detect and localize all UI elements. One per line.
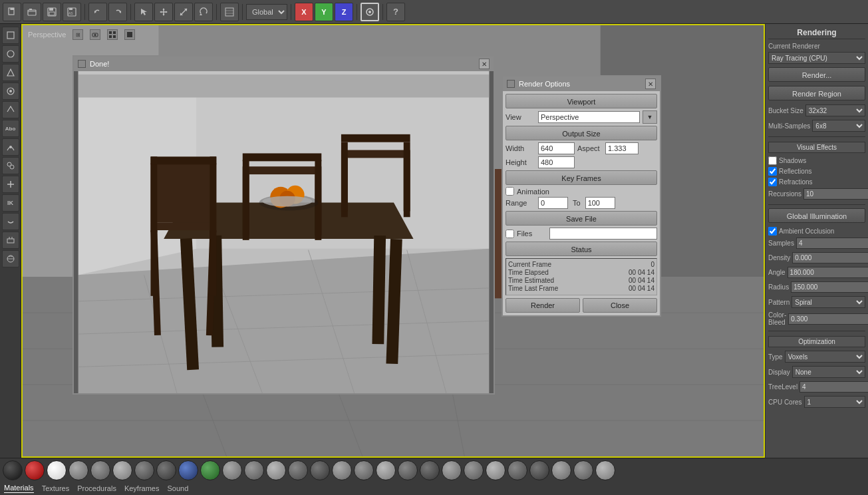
sidebar-btn-3[interactable] [2, 64, 19, 81]
sidebar-btn-8[interactable] [2, 176, 19, 193]
material-ball-extra-6[interactable] [332, 460, 352, 480]
quad-view-icon[interactable] [107, 29, 118, 40]
ro-save-file-button[interactable]: Save File [506, 211, 657, 226]
sidebar-btn-10[interactable] [2, 213, 19, 230]
select-button[interactable] [134, 3, 153, 21]
ro-files-input[interactable] [549, 228, 657, 240]
ro-range-to-input[interactable] [585, 197, 615, 209]
ro-width-input[interactable] [538, 142, 575, 154]
material-ball-extra-17[interactable] [573, 460, 593, 480]
material-ball-gray3[interactable] [112, 460, 132, 480]
done-close-button[interactable]: ✕ [479, 59, 490, 69]
material-ball-extra-12[interactable] [464, 460, 484, 480]
sidebar-btn-11[interactable] [2, 232, 19, 249]
ro-key-frames-button[interactable]: Key Frames [506, 170, 657, 185]
tab-procedurals[interactable]: Procedurals [77, 484, 116, 493]
tab-keyframes[interactable]: Keyframes [124, 484, 160, 493]
ro-animation-checkbox[interactable] [506, 187, 514, 196]
ro-status-button[interactable]: Status [506, 242, 657, 256]
radius-input[interactable] [791, 281, 868, 293]
save-as-button[interactable]: AS [63, 3, 81, 21]
angle-input[interactable] [788, 267, 868, 278]
material-ball-extra-18[interactable] [595, 460, 615, 480]
material-ball-green[interactable] [200, 460, 220, 480]
multi-samples-select[interactable]: 6x8 [812, 120, 865, 132]
material-ball-extra-4[interactable] [288, 460, 308, 480]
material-ball-extra-11[interactable] [442, 460, 462, 480]
axis-y-button[interactable]: Y [315, 3, 333, 21]
material-ball-black[interactable] [3, 460, 23, 480]
material-ball-gray1[interactable] [69, 460, 88, 480]
axis-z-button[interactable]: Z [335, 3, 353, 21]
material-ball-gray5[interactable] [156, 460, 176, 480]
ro-view-dropdown[interactable]: ▼ [643, 110, 657, 124]
current-renderer-select[interactable]: Ray Tracing (CPU) [768, 52, 865, 64]
density-input[interactable] [792, 252, 868, 263]
material-ball-blue[interactable] [178, 460, 198, 480]
material-ball-gray4[interactable] [134, 460, 154, 480]
display-select[interactable]: None [792, 366, 865, 378]
grid-icon[interactable]: ⊞ [72, 29, 83, 40]
ro-render-button[interactable]: Render [506, 298, 580, 313]
render-region-button[interactable]: Render Region [768, 86, 865, 100]
save-button[interactable] [43, 3, 61, 21]
material-ball-extra-7[interactable] [354, 460, 374, 480]
undo-button[interactable] [88, 3, 107, 21]
tab-sound[interactable]: Sound [167, 484, 188, 493]
selection-mode-button[interactable] [220, 3, 239, 21]
pattern-select[interactable]: Spiral [792, 296, 865, 308]
sidebar-btn-5[interactable] [2, 101, 19, 118]
shadows-checkbox[interactable] [768, 156, 777, 165]
material-ball-extra-10[interactable] [420, 460, 440, 480]
single-view-icon[interactable] [124, 29, 135, 40]
material-ball-extra-1[interactable] [222, 460, 242, 480]
render-button[interactable]: Render... [768, 67, 865, 82]
camera-icon[interactable] [90, 29, 100, 40]
ro-view-input[interactable] [538, 111, 640, 123]
scale-button[interactable] [174, 3, 193, 21]
tree-level-input[interactable] [799, 381, 868, 393]
render-options-close-button[interactable]: ✕ [645, 79, 656, 89]
samples-input[interactable] [796, 238, 868, 249]
material-ball-extra-8[interactable] [376, 460, 396, 480]
sidebar-btn-7[interactable] [2, 157, 19, 174]
ambient-occlusion-checkbox[interactable] [768, 227, 777, 236]
sidebar-btn-6[interactable] [2, 138, 19, 156]
sidebar-btn-9[interactable]: IK [2, 194, 19, 212]
bucket-size-select[interactable]: 32x32 [805, 104, 865, 116]
ro-files-checkbox[interactable] [506, 230, 514, 238]
reflections-checkbox[interactable] [768, 167, 777, 176]
material-ball-extra-3[interactable] [266, 460, 286, 480]
material-ball-gray2[interactable] [90, 460, 110, 480]
type-select[interactable]: Voxels [785, 351, 865, 363]
tab-textures[interactable]: Textures [42, 484, 70, 493]
color-bleed-input[interactable] [788, 313, 868, 325]
material-ball-extra-16[interactable] [551, 460, 571, 480]
material-ball-extra-5[interactable] [310, 460, 330, 480]
ro-close-button[interactable]: Close [583, 298, 657, 313]
recursions-input[interactable] [803, 188, 868, 200]
material-ball-extra-2[interactable] [244, 460, 264, 480]
ro-output-size-button[interactable]: Output Size [506, 126, 657, 140]
material-ball-extra-13[interactable] [486, 460, 506, 480]
material-ball-extra-15[interactable] [529, 460, 549, 480]
redo-button[interactable] [108, 3, 127, 21]
sidebar-btn-4[interactable] [2, 82, 19, 100]
material-ball-extra-14[interactable] [507, 460, 527, 480]
open-button[interactable] [23, 3, 41, 21]
help-button[interactable]: ? [386, 3, 405, 21]
material-ball-extra-9[interactable] [398, 460, 418, 480]
move-button[interactable] [154, 3, 173, 21]
render-active-view-button[interactable] [361, 3, 379, 21]
new-button[interactable] [3, 3, 21, 21]
ro-viewport-button[interactable]: Viewport [506, 94, 657, 108]
ro-height-input[interactable] [538, 156, 575, 168]
material-ball-white[interactable] [47, 460, 67, 480]
coord-system-dropdown[interactable]: Global [246, 4, 287, 20]
ro-range-from-input[interactable] [538, 197, 568, 209]
sidebar-btn-12[interactable] [2, 250, 19, 267]
ro-aspect-input[interactable] [605, 142, 639, 154]
sidebar-text-btn[interactable]: Abo [2, 120, 19, 137]
axis-x-button[interactable]: X [295, 3, 313, 21]
rotate-button[interactable] [194, 3, 213, 21]
